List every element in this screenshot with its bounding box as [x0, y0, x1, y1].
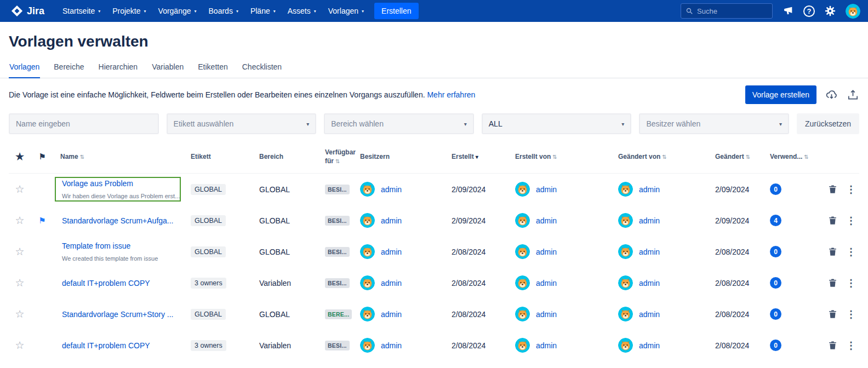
create-template-button[interactable]: Vorlage erstellen [745, 85, 816, 104]
modified-by-cell: admin [612, 182, 709, 197]
column-header-verwendet[interactable]: Verwend...⇅ [763, 153, 810, 162]
column-header-name[interactable]: Name⇅ [54, 153, 184, 162]
more-actions-button[interactable]: ⋮ [846, 341, 856, 350]
template-name-link[interactable]: default IT+problem COPY [62, 341, 184, 350]
created-by-link[interactable]: admin [536, 248, 557, 256]
tab[interactable]: Bereiche [53, 60, 84, 78]
flag-column-header[interactable]: ⚑ [31, 152, 54, 162]
name-filter[interactable] [9, 113, 159, 134]
delete-button[interactable] [827, 246, 838, 257]
modified-by-link[interactable]: admin [639, 310, 660, 319]
jira-logo[interactable]: Jira [11, 5, 44, 17]
flag-icon: ⚑ [38, 216, 45, 225]
star-icon[interactable]: ☆ [15, 308, 24, 320]
column-header-verfuegbar[interactable]: Verfügbar für⇅ [318, 148, 353, 165]
delete-button[interactable] [827, 184, 838, 194]
trash-icon [827, 184, 838, 194]
owner-cell: admin [353, 275, 445, 290]
export-icon[interactable] [847, 89, 859, 101]
more-actions-button[interactable]: ⋮ [846, 185, 856, 194]
star-icon[interactable]: ☆ [15, 183, 24, 195]
status-filter-select[interactable]: ALL ▾ [482, 113, 632, 134]
availability-tag: BESI... [325, 216, 350, 226]
cloud-download-icon[interactable] [825, 89, 838, 101]
reset-button[interactable]: Zurücksetzen [797, 113, 859, 134]
label-filter-select[interactable]: Etikett auswählen ▾ [167, 113, 317, 134]
more-actions-button[interactable]: ⋮ [846, 216, 856, 226]
tab-label: Checklisten [242, 62, 282, 71]
row-actions: ⋮ [810, 215, 859, 226]
modified-by-link[interactable]: admin [639, 185, 660, 194]
owner-link[interactable]: admin [381, 185, 402, 194]
nav-item[interactable]: Pläne ▾ [244, 3, 282, 19]
search-input[interactable] [697, 7, 768, 15]
template-name-link[interactable]: Standardvorlage Scrum+Aufga... [62, 216, 184, 225]
created-by-link[interactable]: admin [536, 279, 557, 288]
template-name-link[interactable]: Vorlage aus Problem [62, 179, 184, 188]
owner-link[interactable]: admin [381, 248, 402, 256]
delete-button[interactable] [827, 309, 838, 319]
created-by-link[interactable]: admin [536, 341, 557, 350]
delete-button[interactable] [827, 215, 838, 226]
tab[interactable]: Checklisten [242, 60, 282, 78]
tab[interactable]: Etiketten [197, 60, 228, 78]
created-by-link[interactable]: admin [536, 216, 557, 225]
modified-date: 2/08/2024 [709, 248, 763, 256]
star-icon[interactable]: ☆ [15, 215, 24, 226]
row-star-cell: ☆ [9, 245, 31, 258]
nav-item[interactable]: Vorgänge ▾ [152, 3, 203, 19]
gear-icon[interactable] [824, 5, 836, 17]
modified-date: 2/08/2024 [709, 279, 763, 288]
modified-by-link[interactable]: admin [639, 216, 660, 225]
owner-link[interactable]: admin [381, 279, 402, 288]
modified-by-link[interactable]: admin [639, 248, 660, 256]
owner-link[interactable]: admin [381, 310, 402, 319]
delete-button[interactable] [827, 278, 838, 288]
nav-item[interactable]: Boards ▾ [203, 3, 244, 19]
scope-filter-select[interactable]: Bereich wählen ▾ [324, 113, 474, 134]
column-header-erstellt-von[interactable]: Erstellt von⇅ [509, 153, 612, 162]
nav-item[interactable]: Assets ▾ [282, 3, 322, 19]
modified-by-link[interactable]: admin [639, 341, 660, 350]
learn-more-link[interactable]: Mehr erfahren [427, 90, 475, 99]
star-icon[interactable]: ☆ [15, 246, 24, 257]
created-by-link[interactable]: admin [536, 185, 557, 194]
user-avatar[interactable] [846, 4, 860, 19]
nav-item[interactable]: Projekte ▾ [106, 3, 152, 19]
delete-button[interactable] [827, 340, 838, 350]
created-by-link[interactable]: admin [536, 310, 557, 319]
star-column-header[interactable]: ★ [9, 151, 31, 163]
template-name-link[interactable]: Template from issue [62, 242, 184, 250]
navbar-search[interactable] [681, 3, 773, 19]
help-icon[interactable]: ? [803, 5, 815, 17]
star-icon: ★ [15, 151, 24, 162]
column-header-erstellt[interactable]: Erstellt▾ [445, 153, 509, 162]
tab[interactable]: Vorlagen [9, 60, 40, 78]
more-actions-button[interactable]: ⋮ [846, 278, 856, 288]
modified-by-link[interactable]: admin [639, 279, 660, 288]
name-filter-input[interactable] [16, 119, 152, 128]
owner-filter-select[interactable]: Besitzer wählen ▾ [639, 113, 789, 134]
tab[interactable]: Variablen [151, 60, 184, 78]
star-icon[interactable]: ☆ [15, 340, 24, 351]
availability-cell: BESI... [318, 341, 353, 350]
create-button[interactable]: Erstellen [374, 3, 418, 19]
modifier-avatar [618, 244, 633, 259]
nav-item[interactable]: Startseite ▾ [56, 3, 106, 19]
column-header-geaendert[interactable]: Geändert⇅ [709, 153, 763, 162]
chevron-down-icon: ▾ [621, 121, 624, 127]
sort-icon: ⇅ [335, 158, 340, 164]
template-name-link[interactable]: default IT+problem COPY [62, 279, 184, 288]
column-header-geaendert-von[interactable]: Geändert von⇅ [612, 153, 709, 162]
column-header-besitzern: Besitzern [353, 153, 445, 162]
more-actions-button[interactable]: ⋮ [846, 309, 856, 319]
tab[interactable]: Hierarchien [98, 60, 139, 78]
more-actions-button[interactable]: ⋮ [846, 247, 856, 257]
template-name-link[interactable]: Standardvorlage Scrum+Story ... [62, 310, 184, 319]
owner-link[interactable]: admin [381, 341, 402, 350]
star-icon[interactable]: ☆ [15, 277, 24, 289]
nav-item[interactable]: Vorlagen ▾ [322, 3, 370, 19]
owner-link[interactable]: admin [381, 216, 402, 225]
nav-item-label: Assets [288, 7, 311, 15]
megaphone-icon[interactable] [782, 5, 794, 17]
